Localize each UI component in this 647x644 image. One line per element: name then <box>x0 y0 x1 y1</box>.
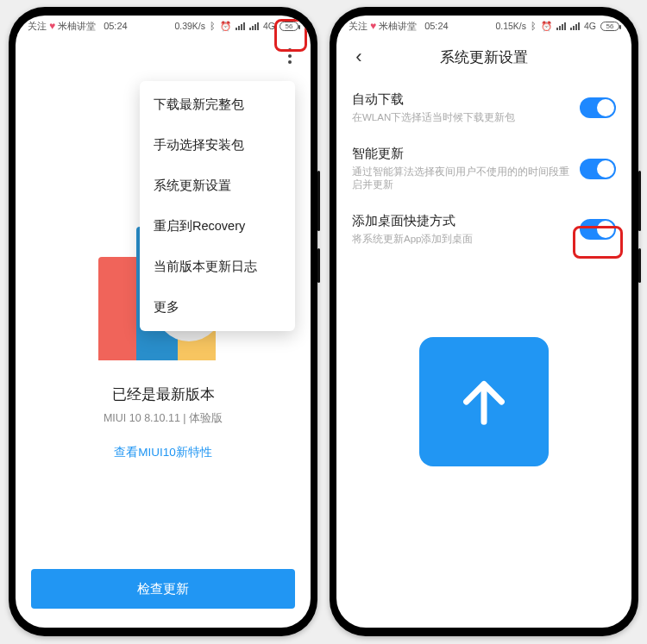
screen-right: 关注 ♥ 米柚讲堂 05:24 0.15K/s ᛒ ⏰ 4G 56 ‹ 系统更新… <box>336 16 631 628</box>
signal-icon <box>556 22 566 30</box>
toggle-smart-update[interactable] <box>580 159 616 179</box>
net-speed: 0.15K/s <box>495 21 526 31</box>
net-type: 4G <box>584 21 596 31</box>
alarm-icon: ⏰ <box>541 21 552 32</box>
power-button <box>638 248 641 283</box>
menu-item-manual-pkg[interactable]: 手动选择安装包 <box>140 125 295 166</box>
status-bar: 关注 ♥ 米柚讲堂 05:24 0.15K/s ᛒ ⏰ 4G 56 <box>336 16 631 36</box>
menu-item-changelog[interactable]: 当前版本更新日志 <box>140 247 295 287</box>
power-button <box>317 248 320 283</box>
battery-icon: 56 <box>600 22 619 31</box>
status-time: 05:24 <box>104 21 128 31</box>
phone-frame-left: 关注 ♥ 米柚讲堂 05:24 0.39K/s ᛒ ⏰ 4G 56 下载最新完整… <box>9 7 317 636</box>
arrow-up-icon <box>454 372 514 432</box>
heart-icon: ♥ <box>49 20 55 32</box>
setting-add-shortcut[interactable]: 添加桌面快捷方式 将系统更新App添加到桌面 <box>336 203 631 257</box>
bluetooth-icon: ᛒ <box>210 21 216 31</box>
status-app-name: 米柚讲堂 <box>379 20 417 33</box>
menu-item-reboot-recovery[interactable]: 重启到Recovery <box>140 206 295 247</box>
overflow-menu: 下载最新完整包 手动选择安装包 系统更新设置 重启到Recovery 当前版本更… <box>140 81 295 331</box>
status-time: 05:24 <box>424 21 449 31</box>
setting-desc: 在WLAN下选择适当时候下载更新包 <box>352 111 569 125</box>
setting-title: 自动下载 <box>352 91 569 108</box>
toggle-add-shortcut[interactable] <box>580 219 616 240</box>
logo-bar-red <box>98 257 140 360</box>
alarm-icon: ⏰ <box>220 21 231 32</box>
toggle-auto-download[interactable] <box>580 97 616 118</box>
overflow-menu-button[interactable] <box>278 44 302 68</box>
net-type: 4G <box>263 21 275 31</box>
setting-auto-download[interactable]: 自动下载 在WLAN下选择适当时候下载更新包 <box>336 81 631 135</box>
status-prefix: 关注 <box>28 20 47 33</box>
setting-title: 添加桌面快捷方式 <box>352 213 569 229</box>
battery-icon: 56 <box>280 22 298 31</box>
heart-icon: ♥ <box>370 20 376 32</box>
version-detail: MIUI 10 8.10.11 | 体验版 <box>16 411 311 426</box>
status-bar: 关注 ♥ 米柚讲堂 05:24 0.39K/s ᛒ ⏰ 4G 56 <box>16 16 311 36</box>
setting-desc: 将系统更新App添加到桌面 <box>352 233 569 247</box>
version-status: 已经是最新版本 <box>16 385 311 404</box>
signal-icon <box>236 22 245 30</box>
page-title: 系统更新设置 <box>336 47 631 67</box>
volume-button <box>317 171 320 231</box>
whatsnew-link[interactable]: 查看MIUI10新特性 <box>16 445 311 460</box>
signal-icon-2 <box>570 22 580 30</box>
signal-icon-2 <box>249 22 259 30</box>
status-app-name: 米柚讲堂 <box>58 20 96 33</box>
volume-button <box>638 171 641 231</box>
back-button[interactable]: ‹ <box>345 46 373 68</box>
setting-desc: 通过智能算法选择夜间用户不使用的的时间段重启并更新 <box>352 166 569 192</box>
check-update-button[interactable]: 检查更新 <box>31 569 295 609</box>
setting-title: 智能更新 <box>352 146 569 162</box>
top-bar <box>16 36 311 76</box>
status-prefix: 关注 <box>349 20 367 33</box>
menu-item-download-full[interactable]: 下载最新完整包 <box>140 84 295 125</box>
phone-frame-right: 关注 ♥ 米柚讲堂 05:24 0.15K/s ᛒ ⏰ 4G 56 ‹ 系统更新… <box>330 7 638 636</box>
updater-app-icon <box>419 337 549 466</box>
menu-item-more[interactable]: 更多 <box>140 287 295 328</box>
net-speed: 0.39K/s <box>174 21 205 31</box>
setting-smart-update[interactable]: 智能更新 通过智能算法选择夜间用户不使用的的时间段重启并更新 <box>336 135 631 203</box>
menu-item-update-settings[interactable]: 系统更新设置 <box>140 166 295 206</box>
bluetooth-icon: ᛒ <box>531 21 537 31</box>
page-header: ‹ 系统更新设置 <box>336 36 631 78</box>
screen-left: 关注 ♥ 米柚讲堂 05:24 0.39K/s ᛒ ⏰ 4G 56 下载最新完整… <box>16 16 311 628</box>
